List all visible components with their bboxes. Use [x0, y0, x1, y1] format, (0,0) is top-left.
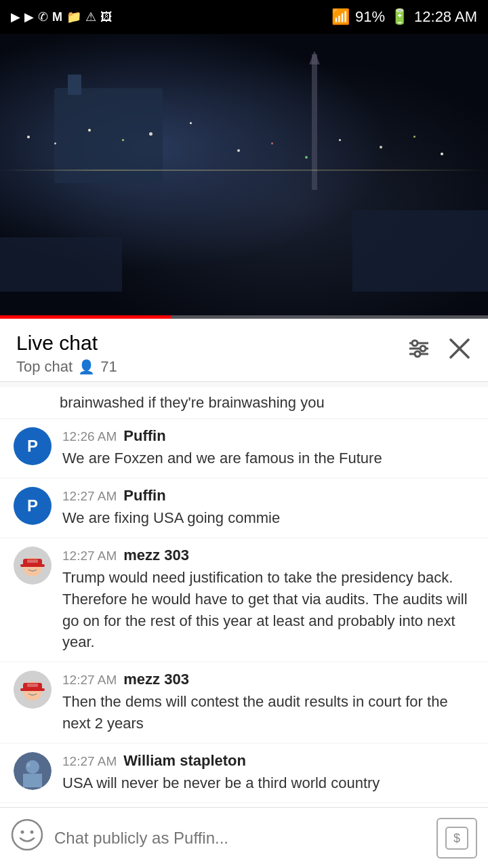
table-row: P 12:27 AM Puffin We are fixing USA goin… [0, 479, 488, 537]
message-content: 12:27 AM mezz 303 Then the dems will con… [62, 671, 474, 734]
phone-icon: ✆ [38, 9, 48, 24]
close-icon[interactable] [447, 336, 472, 366]
filter-icon[interactable] [407, 336, 431, 366]
chat-input[interactable] [54, 829, 426, 848]
message-text: USA will never be never be a third world… [62, 772, 474, 794]
video-player[interactable] [0, 34, 488, 319]
youtube-icon: ▶ [24, 9, 34, 24]
message-content: 12:26 AM Puffin We are Foxzen and we are… [62, 427, 474, 469]
chat-messages-list: brainwashed if they're brainwashing you … [0, 382, 488, 868]
avatar: P [14, 487, 52, 525]
svg-point-23 [26, 760, 39, 774]
chat-subtitle: Top chat 👤 71 [16, 358, 117, 376]
svg-point-5 [415, 351, 420, 357]
avatar [14, 752, 52, 790]
alert-icon: ⚠ [85, 9, 96, 24]
chat-input-bar: $ [0, 807, 488, 868]
message-text: We are fixing USA going commie [62, 507, 474, 529]
notification-icons: ▶ ▶ ✆ M 📁 ⚠ 🖼 [11, 9, 113, 24]
status-bar: ▶ ▶ ✆ M 📁 ⚠ 🖼 📶 91% 🔋 12:28 AM [0, 0, 488, 34]
message-truncated: brainwashed if they're brainwashing you [0, 387, 488, 419]
svg-point-27 [21, 830, 24, 833]
live-chat-header: Live chat Top chat 👤 71 [0, 319, 488, 382]
svg-point-25 [26, 763, 30, 767]
message-content: 12:27 AM mezz 303 Trump would need justi… [62, 547, 474, 654]
battery-percentage: 91% [355, 8, 385, 26]
viewer-count: 71 [100, 358, 117, 376]
clock: 12:28 AM [414, 8, 477, 26]
chat-header-right [407, 336, 472, 366]
live-chat-title: Live chat [16, 331, 117, 355]
message-content: 12:27 AM William stapleton USA will neve… [62, 752, 474, 794]
chat-header-left: Live chat Top chat 👤 71 [16, 331, 117, 376]
message-text: We are Foxzen and we are famous in the F… [62, 448, 474, 469]
avatar [14, 547, 52, 585]
message-author: mezz 303 [123, 547, 189, 564]
message-time: 12:27 AM [62, 754, 117, 769]
table-row: P 12:26 AM Puffin We are Foxzen and we a… [0, 419, 488, 477]
emoji-icon[interactable] [11, 818, 43, 858]
svg-point-26 [12, 820, 42, 850]
svg-rect-13 [20, 564, 45, 567]
avatar [14, 671, 52, 709]
message-time: 12:27 AM [62, 489, 117, 504]
message-text: Trump would need justification to take t… [62, 567, 474, 654]
svg-text:$: $ [453, 831, 460, 845]
table-row: 12:27 AM William stapleton USA will neve… [0, 744, 488, 802]
message-author: mezz 303 [123, 671, 189, 688]
table-row: 12:27 AM mezz 303 Then the dems will con… [0, 663, 488, 743]
status-indicators: 📶 91% 🔋 12:28 AM [331, 8, 477, 26]
svg-point-28 [30, 830, 34, 833]
svg-rect-14 [27, 559, 38, 563]
wifi-icon: 📶 [331, 8, 350, 26]
battery-icon: 🔋 [390, 8, 409, 26]
svg-rect-20 [20, 688, 45, 691]
message-time: 12:27 AM [62, 673, 117, 688]
message-author: Puffin [123, 487, 165, 505]
play-icon: ▶ [11, 9, 20, 24]
message-author: Puffin [123, 427, 165, 445]
message-content: 12:27 AM Puffin We are fixing USA going … [62, 487, 474, 529]
avatar: P [14, 427, 52, 465]
send-button[interactable]: $ [436, 818, 477, 859]
message-author: William stapleton [123, 752, 246, 770]
message-text: Then the dems will contest the audit res… [62, 691, 474, 734]
message-time: 12:26 AM [62, 429, 117, 444]
svg-rect-24 [23, 774, 42, 787]
video-progress-bar[interactable] [0, 315, 488, 319]
video-progress-fill [0, 315, 171, 319]
image-icon: 🖼 [100, 10, 113, 24]
people-icon: 👤 [78, 359, 95, 375]
table-row: 12:27 AM mezz 303 Trump would need justi… [0, 538, 488, 662]
svg-point-3 [412, 340, 418, 346]
truncated-text: brainwashed if they're brainwashing you [60, 394, 325, 411]
m-icon: M [52, 10, 62, 24]
message-time: 12:27 AM [62, 549, 117, 564]
svg-point-4 [420, 346, 426, 351]
svg-rect-21 [27, 684, 38, 687]
folder-icon: 📁 [66, 9, 81, 24]
top-chat-label[interactable]: Top chat [16, 358, 73, 376]
